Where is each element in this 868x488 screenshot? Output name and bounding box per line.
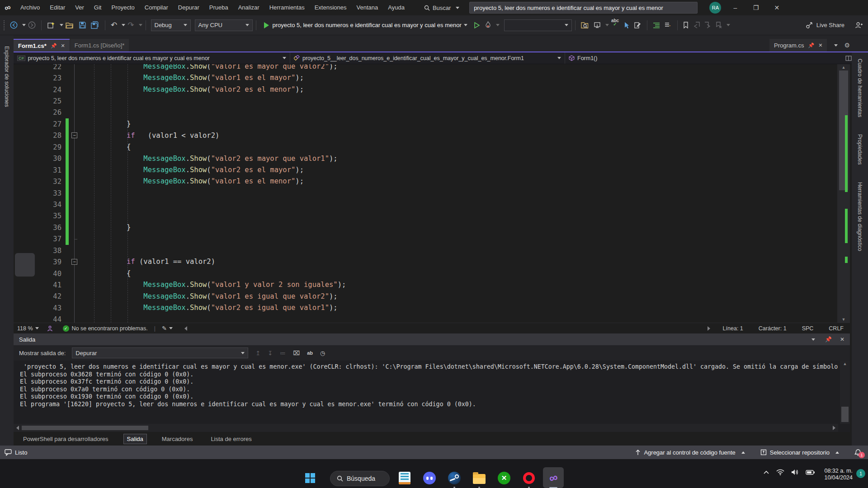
taskbar-icon-steam[interactable] bbox=[445, 469, 463, 487]
active-files-dropdown-icon[interactable] bbox=[834, 44, 838, 47]
undo-button[interactable]: ↶ bbox=[109, 19, 119, 32]
display-items-icon[interactable] bbox=[592, 19, 603, 32]
breadcrumb-project-dropdown[interactable]: C# proyecto 5, leer dos numeros e identi… bbox=[14, 52, 290, 64]
global-search-input[interactable] bbox=[469, 2, 698, 14]
code-line-33[interactable]: 33 bbox=[14, 188, 837, 199]
pin-icon[interactable]: 📌 bbox=[808, 42, 814, 48]
sidebar-tab-properties[interactable]: Propiedades bbox=[857, 130, 863, 169]
taskbar-icon-opera[interactable] bbox=[520, 469, 538, 487]
code-line-23[interactable]: 23 MessageBox.Show("valor1 es el mayor")… bbox=[14, 72, 837, 84]
comment-lines-icon[interactable]: " bbox=[663, 19, 674, 32]
wifi-icon[interactable] bbox=[776, 469, 784, 475]
show-timestamp-icon[interactable]: ◷ bbox=[320, 350, 325, 357]
editor-zoom-dropdown[interactable]: 118 % bbox=[14, 325, 42, 332]
navigate-cursor-icon[interactable] bbox=[622, 19, 632, 32]
taskbar-icon-notepad[interactable] bbox=[396, 469, 414, 487]
spell-check-icon[interactable]: abc✓ bbox=[609, 19, 621, 32]
output-source-dropdown[interactable]: Depurar bbox=[72, 347, 248, 358]
redo-button[interactable]: ↷ bbox=[126, 19, 136, 32]
navigate-back-button[interactable] bbox=[8, 19, 19, 32]
panel-tab-powershell-para-desarrolladores[interactable]: PowerShell para desarrolladores bbox=[20, 434, 112, 444]
code-line-28[interactable]: 28− if (valor1 < valor2) bbox=[14, 130, 837, 141]
goto-next-message-icon[interactable]: ↧ bbox=[268, 350, 273, 357]
panel-tab-marcadores[interactable]: Marcadores bbox=[159, 434, 196, 444]
code-line-37[interactable]: 37 bbox=[14, 234, 837, 245]
panel-close-icon[interactable]: ✕ bbox=[840, 336, 844, 343]
document-health-icon[interactable] bbox=[47, 325, 53, 332]
hscroll-right-icon[interactable] bbox=[833, 426, 835, 430]
search-menu-button[interactable]: Buscar bbox=[420, 5, 464, 11]
bookmark-next-icon[interactable] bbox=[703, 19, 713, 32]
scrollbar-thumb[interactable] bbox=[22, 426, 148, 430]
panel-expand-icon[interactable] bbox=[811, 338, 815, 341]
save-button[interactable] bbox=[77, 19, 88, 32]
scroll-up-icon[interactable]: ▲ bbox=[840, 361, 850, 366]
code-line-44[interactable]: 44 bbox=[14, 314, 837, 323]
solution-configuration-dropdown[interactable]: Debug bbox=[151, 19, 191, 31]
scroll-up-icon[interactable]: ▲ bbox=[837, 65, 850, 70]
hscroll-left-icon[interactable] bbox=[184, 326, 187, 331]
code-cleanup-icon[interactable]: ✎ bbox=[162, 325, 167, 332]
collapse-region-icon[interactable]: − bbox=[71, 132, 77, 138]
menu-archivo[interactable]: Archivo bbox=[15, 0, 45, 15]
breadcrumb-type-dropdown[interactable]: proyecto_5__leer_dos_numeros_e_identific… bbox=[290, 52, 565, 64]
code-line-39[interactable]: 39− if (valor1 == valor2) bbox=[14, 256, 837, 267]
scroll-down-icon[interactable]: ▼ bbox=[837, 317, 850, 322]
tab-form1-cs-dise-o-[interactable]: Form1.cs [Diseño]* bbox=[70, 39, 129, 52]
start-button[interactable] bbox=[301, 469, 319, 487]
tab-form1-cs-[interactable]: Form1.cs*📌✕ bbox=[14, 39, 70, 52]
taskbar-clock[interactable]: 08:32 a. m. 10/04/2024 bbox=[824, 468, 853, 481]
menu-depurar[interactable]: Depurar bbox=[173, 0, 204, 15]
scrollbar-thumb[interactable] bbox=[841, 407, 849, 422]
menu-herramientas[interactable]: Herramientas bbox=[264, 0, 310, 15]
start-debugging-button[interactable]: proyecto 5, leer dos numeros e identific… bbox=[264, 22, 467, 28]
start-without-debugging-button[interactable] bbox=[472, 19, 482, 32]
sidebar-tab-toolbox[interactable]: Cuadro de herramientas bbox=[857, 54, 863, 122]
panel-pin-icon[interactable]: 📌 bbox=[825, 336, 832, 343]
notification-center-badge[interactable]: 1 bbox=[856, 469, 865, 478]
taskbar-icon-xbox[interactable]: ✕ bbox=[495, 469, 513, 487]
code-line-27[interactable]: 27 } bbox=[14, 118, 837, 130]
tray-chevron-up-icon[interactable] bbox=[763, 470, 769, 474]
output-vertical-scrollbar[interactable]: ▲ bbox=[840, 361, 850, 424]
hot-reload-button[interactable] bbox=[483, 19, 493, 32]
bookmark-prev-icon[interactable] bbox=[691, 19, 702, 32]
tabstrip-settings-gear-icon[interactable]: ⚙ bbox=[844, 42, 850, 49]
menu-ayuda[interactable]: Ayuda bbox=[383, 0, 410, 15]
code-line-31[interactable]: 31 MessageBox.Show("valor2 es el mayor")… bbox=[14, 164, 837, 176]
menu-git[interactable]: Git bbox=[89, 0, 107, 15]
menu-ventana[interactable]: Ventana bbox=[352, 0, 383, 15]
speaker-icon[interactable] bbox=[791, 469, 799, 475]
goto-prev-message-icon[interactable]: ↥ bbox=[255, 350, 260, 357]
code-line-42[interactable]: 42 MessageBox.Show("valor1 es igual que … bbox=[14, 291, 837, 302]
menu-proyecto[interactable]: Proyecto bbox=[106, 0, 139, 15]
breadcrumb-member-dropdown[interactable]: Form1() bbox=[565, 52, 601, 64]
window-minimize-button[interactable]: – bbox=[725, 0, 745, 15]
menu-editar[interactable]: Editar bbox=[45, 0, 70, 15]
clear-search-icon[interactable]: ≔ bbox=[280, 350, 286, 357]
sidebar-tab-diagnostics[interactable]: Herramientas de diagnóstico bbox=[857, 178, 863, 256]
indent-lines-icon[interactable] bbox=[651, 19, 662, 32]
editor-vertical-scrollbar[interactable]: ▲ ▼ bbox=[837, 64, 850, 323]
editor-horizontal-scrollbar[interactable] bbox=[190, 326, 705, 331]
panel-tab-salida[interactable]: Salida bbox=[123, 434, 147, 444]
menu-analizar[interactable]: Analizar bbox=[233, 0, 264, 15]
code-line-29[interactable]: 29 { bbox=[14, 141, 837, 153]
navigate-forward-button[interactable] bbox=[26, 19, 38, 32]
taskbar-icon-discord[interactable] bbox=[420, 469, 439, 487]
user-avatar[interactable]: RA bbox=[709, 2, 721, 14]
add-to-source-control-button[interactable]: Agregar al control de código fuente bbox=[635, 449, 745, 456]
tab-program-cs[interactable]: Program.cs 📌 ✕ bbox=[769, 39, 827, 52]
menu-compilar[interactable]: Compilar bbox=[140, 0, 173, 15]
solution-platform-dropdown[interactable]: Any CPU bbox=[195, 19, 253, 31]
edit-selection-icon[interactable] bbox=[632, 19, 643, 32]
notifications-bell-button[interactable]: 1 bbox=[854, 449, 862, 456]
live-share-button[interactable]: Live Share bbox=[806, 22, 868, 29]
menu-ver[interactable]: Ver bbox=[70, 0, 89, 15]
clear-all-output-icon[interactable]: ⌧ bbox=[293, 350, 300, 357]
menu-prueba[interactable]: Prueba bbox=[204, 0, 233, 15]
word-wrap-icon[interactable]: ab bbox=[307, 350, 313, 356]
hscroll-right-icon[interactable] bbox=[708, 326, 710, 331]
new-project-button[interactable] bbox=[45, 19, 57, 32]
bookmark-clear-icon[interactable] bbox=[714, 19, 724, 32]
